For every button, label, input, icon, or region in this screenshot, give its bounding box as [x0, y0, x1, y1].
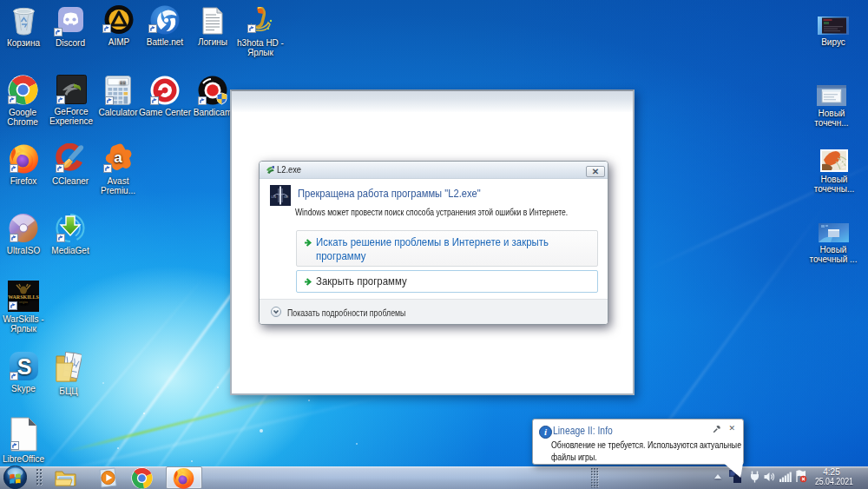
svg-text:S: S	[16, 354, 31, 379]
svg-text:GE: GE	[284, 195, 289, 199]
svg-text:a: a	[114, 149, 122, 166]
svg-text:LIN: LIN	[272, 195, 277, 199]
svg-text:origins: origins	[19, 301, 29, 304]
svg-text:88: 88	[120, 80, 127, 86]
svg-text:WARSKILLS: WARSKILLS	[8, 294, 39, 300]
